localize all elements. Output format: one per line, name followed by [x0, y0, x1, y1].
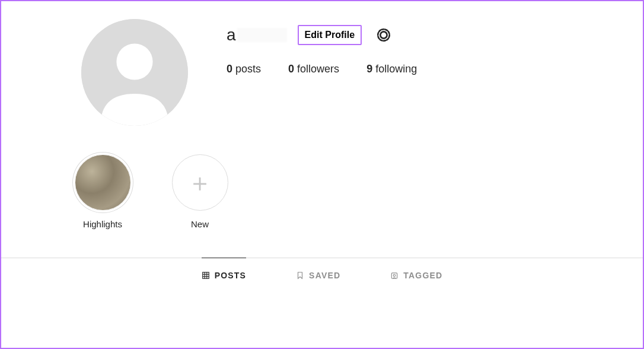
stat-followers[interactable]: 0 followers	[288, 63, 339, 75]
avatar-column	[49, 19, 221, 126]
followers-label: followers	[297, 63, 339, 75]
stat-posts: 0 posts	[227, 63, 261, 75]
svg-point-10	[394, 274, 396, 277]
highlight-label: Highlights	[83, 219, 122, 229]
following-label: following	[375, 63, 417, 75]
svg-point-1	[116, 43, 152, 80]
highlight-label: New	[191, 219, 209, 229]
highlight-new[interactable]: ＋ New	[167, 154, 232, 229]
followers-count: 0	[288, 63, 294, 75]
profile-info: a Edit Profile 0 posts 0 followers	[221, 19, 595, 126]
profile-avatar[interactable]	[81, 19, 188, 126]
story-highlights: Highlights ＋ New	[1, 154, 643, 229]
tab-saved-label: SAVED	[309, 271, 340, 280]
profile-header: a Edit Profile 0 posts 0 followers	[1, 1, 643, 144]
edit-profile-button[interactable]: Edit Profile	[298, 25, 362, 45]
settings-button[interactable]	[376, 27, 391, 43]
gear-icon	[376, 27, 391, 43]
tab-tagged-label: TAGGED	[403, 271, 442, 280]
profile-stats: 0 posts 0 followers 9 following	[227, 63, 595, 75]
posts-count: 0	[227, 63, 232, 75]
person-icon	[81, 19, 188, 126]
bookmark-icon	[296, 271, 304, 280]
grid-icon	[202, 271, 210, 280]
profile-tabs: POSTS SAVED TAGGED	[1, 258, 643, 291]
profile-page: a Edit Profile 0 posts 0 followers	[0, 0, 644, 349]
tagged-icon	[390, 271, 398, 280]
posts-label: posts	[235, 63, 261, 75]
tab-posts[interactable]: POSTS	[202, 258, 246, 292]
profile-title-row: a Edit Profile	[227, 25, 595, 45]
username: a	[227, 26, 287, 45]
svg-point-3	[380, 31, 387, 38]
following-count: 9	[366, 63, 372, 75]
username-redacted	[237, 28, 287, 42]
tab-posts-label: POSTS	[215, 271, 246, 280]
highlight-add-circle: ＋	[172, 154, 228, 211]
username-visible: a	[227, 26, 236, 45]
stat-following[interactable]: 9 following	[366, 63, 417, 75]
tab-tagged[interactable]: TAGGED	[390, 258, 442, 292]
tab-saved[interactable]: SAVED	[296, 258, 340, 292]
highlight-cover	[75, 154, 131, 211]
highlight-item[interactable]: Highlights	[70, 154, 135, 229]
plus-icon: ＋	[187, 166, 212, 199]
svg-rect-4	[202, 272, 209, 278]
